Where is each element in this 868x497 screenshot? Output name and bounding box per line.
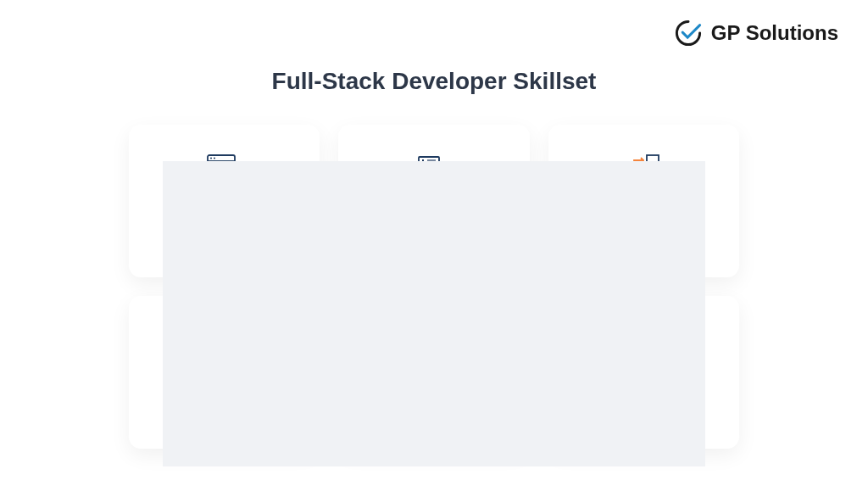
svg-point-3 — [214, 158, 215, 159]
background-panel — [163, 161, 705, 466]
brand-name: GP Solutions — [711, 21, 838, 45]
page-title: Full-Stack Developer Skillset — [272, 68, 597, 95]
brand-logo: GP Solutions — [674, 19, 838, 47]
brand-checkmark-icon — [674, 19, 703, 47]
svg-point-2 — [210, 158, 212, 159]
